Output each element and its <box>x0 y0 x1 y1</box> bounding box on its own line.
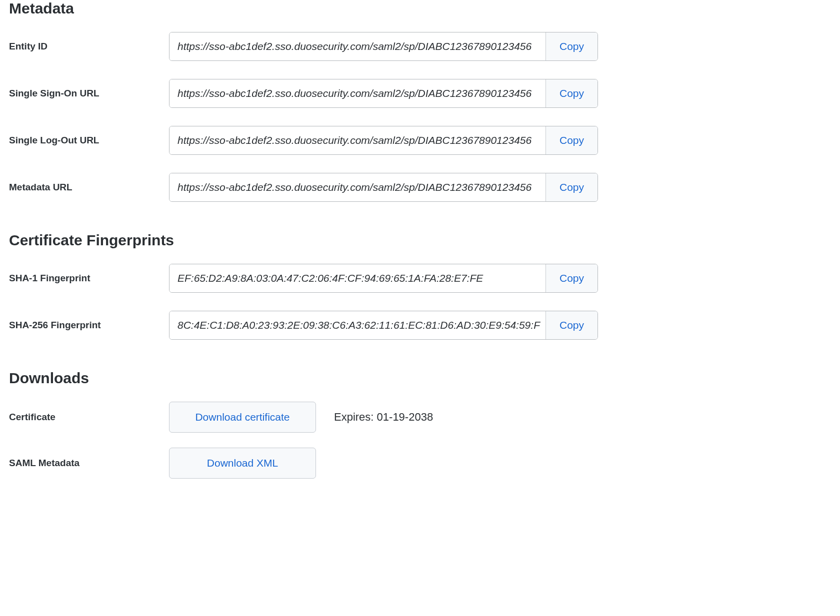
sso-url-copy-button[interactable]: Copy <box>546 79 598 107</box>
sha256-copy-button[interactable]: Copy <box>546 311 598 339</box>
sha256-label: SHA-256 Fingerprint <box>9 320 169 331</box>
slo-url-value[interactable]: https://sso-abc1def2.sso.duosecurity.com… <box>170 126 546 154</box>
metadata-heading: Metadata <box>9 0 831 17</box>
slo-url-row: Single Log-Out URL https://sso-abc1def2.… <box>9 126 831 155</box>
sso-url-group: https://sso-abc1def2.sso.duosecurity.com… <box>169 79 598 108</box>
sha1-label: SHA-1 Fingerprint <box>9 273 169 284</box>
metadata-url-group: https://sso-abc1def2.sso.duosecurity.com… <box>169 173 598 202</box>
sha1-value[interactable]: EF:65:D2:A9:8A:03:0A:47:C2:06:4F:CF:94:6… <box>170 264 546 292</box>
saml-metadata-label: SAML Metadata <box>9 458 169 469</box>
sha1-row: SHA-1 Fingerprint EF:65:D2:A9:8A:03:0A:4… <box>9 264 831 293</box>
download-xml-button[interactable]: Download XML <box>169 448 316 479</box>
downloads-heading: Downloads <box>9 370 831 387</box>
sso-url-label: Single Sign-On URL <box>9 88 169 99</box>
metadata-url-copy-button[interactable]: Copy <box>546 173 598 201</box>
sha256-value[interactable]: 8C:4E:C1:D8:A0:23:93:2E:09:38:C6:A3:62:1… <box>170 311 546 339</box>
fingerprints-heading: Certificate Fingerprints <box>9 232 831 249</box>
certificate-expires-text: Expires: 01-19-2038 <box>334 411 433 424</box>
metadata-url-label: Metadata URL <box>9 182 169 193</box>
entity-id-copy-button[interactable]: Copy <box>546 32 598 60</box>
entity-id-value[interactable]: https://sso-abc1def2.sso.duosecurity.com… <box>170 32 546 60</box>
metadata-url-row: Metadata URL https://sso-abc1def2.sso.du… <box>9 173 831 202</box>
entity-id-group: https://sso-abc1def2.sso.duosecurity.com… <box>169 32 598 61</box>
slo-url-label: Single Log-Out URL <box>9 135 169 146</box>
sso-url-row: Single Sign-On URL https://sso-abc1def2.… <box>9 79 831 108</box>
metadata-url-value[interactable]: https://sso-abc1def2.sso.duosecurity.com… <box>170 173 546 201</box>
slo-url-copy-button[interactable]: Copy <box>546 126 598 154</box>
entity-id-label: Entity ID <box>9 41 169 52</box>
certificate-row: Certificate Download certificate Expires… <box>9 402 831 433</box>
sha256-row: SHA-256 Fingerprint 8C:4E:C1:D8:A0:23:93… <box>9 311 831 340</box>
certificate-label: Certificate <box>9 412 169 423</box>
download-certificate-button[interactable]: Download certificate <box>169 402 316 433</box>
sha1-copy-button[interactable]: Copy <box>546 264 598 292</box>
entity-id-row: Entity ID https://sso-abc1def2.sso.duose… <box>9 32 831 61</box>
slo-url-group: https://sso-abc1def2.sso.duosecurity.com… <box>169 126 598 155</box>
sha256-group: 8C:4E:C1:D8:A0:23:93:2E:09:38:C6:A3:62:1… <box>169 311 598 340</box>
sso-url-value[interactable]: https://sso-abc1def2.sso.duosecurity.com… <box>170 79 546 107</box>
saml-metadata-row: SAML Metadata Download XML <box>9 448 831 479</box>
sha1-group: EF:65:D2:A9:8A:03:0A:47:C2:06:4F:CF:94:6… <box>169 264 598 293</box>
